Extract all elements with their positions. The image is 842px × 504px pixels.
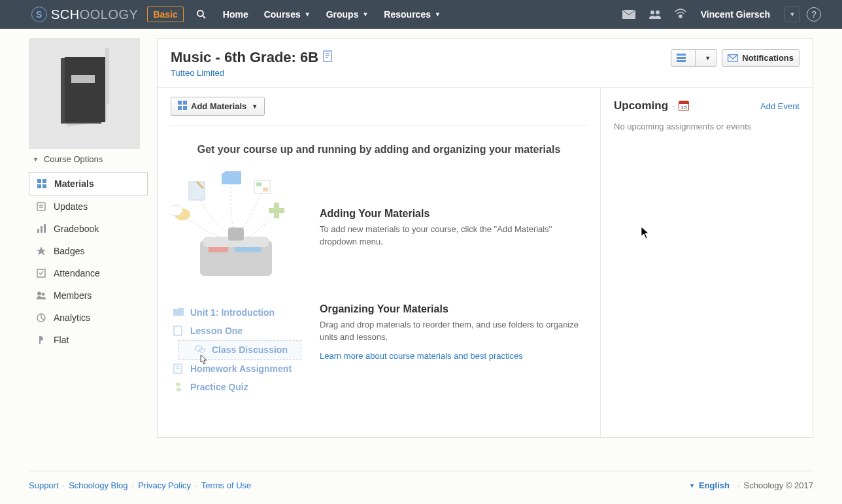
view-toggle: ▼	[671, 49, 716, 67]
chevron-down-icon: ▼	[305, 11, 311, 18]
discussion-icon	[195, 345, 207, 354]
sidebar-item-label: Badges	[54, 246, 84, 256]
example-label: Practice Quiz	[190, 382, 248, 392]
mail-icon[interactable]	[616, 0, 642, 29]
badges-icon	[35, 245, 47, 257]
footer-blog[interactable]: Schoology Blog	[69, 480, 127, 490]
add-materials-label: Add Materials	[191, 101, 246, 111]
sidebar-item-label: Attendance	[54, 268, 100, 278]
example-item-page: Lesson One	[171, 322, 301, 340]
list-view-button[interactable]	[671, 49, 696, 67]
nav-resources[interactable]: Resources▼	[376, 0, 448, 29]
svg-rect-28	[178, 101, 182, 105]
nav-groups[interactable]: Groups▼	[318, 0, 377, 29]
footer-language[interactable]: English	[699, 480, 730, 490]
broadcast-icon[interactable]	[668, 0, 693, 29]
nav-courses[interactable]: Courses▼	[256, 0, 318, 29]
sidebar-item-gradebook[interactable]: Gradebook	[29, 218, 148, 240]
footer-privacy[interactable]: Privacy Policy	[138, 480, 191, 490]
svg-rect-30	[178, 106, 182, 110]
svg-point-3	[650, 10, 654, 14]
chevron-down-icon: ▼	[689, 482, 695, 489]
add-materials-button[interactable]: Add Materials ▼	[171, 97, 265, 116]
organizing-body: Drag and drop materials to reorder them,…	[320, 319, 587, 344]
svg-rect-14	[42, 184, 46, 188]
members-icon	[35, 290, 47, 301]
svg-rect-13	[37, 184, 41, 188]
course-org-link[interactable]: Tutteo Limited	[171, 68, 333, 78]
upcoming-empty-text: No upcoming assignments or events	[614, 122, 800, 131]
booklet-icon[interactable]	[322, 49, 333, 66]
sidebar-item-flat[interactable]: Flat	[29, 329, 148, 351]
calendar-icon[interactable]: 15	[679, 101, 689, 111]
nav-courses-label: Courses	[264, 9, 301, 20]
logo-icon: S	[31, 7, 47, 22]
sidebar-item-badges[interactable]: Badges	[29, 240, 148, 262]
svg-rect-31	[183, 106, 187, 110]
sidebar-item-members[interactable]: Members	[29, 284, 148, 307]
svg-point-0	[197, 10, 203, 16]
footer: Support· Schoology Blog· Privacy Policy·…	[29, 471, 813, 504]
example-list: Unit 1: Introduction Lesson One Class Di…	[171, 303, 301, 396]
sidebar-item-label: Updates	[54, 201, 88, 212]
plan-badge[interactable]: Basic	[147, 7, 183, 22]
example-label: Homework Assignment	[190, 363, 292, 374]
svg-rect-29	[183, 101, 187, 105]
footer-support[interactable]: Support	[29, 480, 59, 490]
upcoming-title: Upcoming	[614, 99, 668, 112]
materials-icon	[36, 178, 48, 190]
chevron-down-icon: ▼	[252, 103, 258, 110]
sidebar-item-label: Materials	[54, 178, 94, 189]
user-name[interactable]: Vincent Giersch	[693, 9, 778, 20]
svg-rect-43	[174, 326, 182, 335]
nav-groups-label: Groups	[326, 9, 359, 20]
svg-rect-42	[235, 247, 261, 252]
svg-rect-8	[65, 57, 105, 122]
svg-rect-15	[37, 203, 45, 210]
quiz-icon	[173, 382, 185, 392]
sidebar-item-updates[interactable]: Updates	[29, 195, 148, 218]
help-icon[interactable]: ?	[807, 7, 821, 22]
sidebar-item-label: Flat	[54, 335, 69, 345]
chevron-down-icon: ▼	[33, 156, 39, 163]
footer-terms[interactable]: Terms of Use	[201, 480, 252, 490]
svg-rect-17	[41, 226, 42, 233]
search-icon[interactable]	[190, 8, 212, 20]
course-thumbnail[interactable]	[29, 38, 140, 149]
add-materials-icon	[178, 101, 187, 112]
page-icon	[173, 326, 185, 336]
logo[interactable]: S SCHOOLOGY	[31, 7, 138, 22]
notifications-button[interactable]: Notifications	[722, 49, 800, 67]
sidebar-item-attendance[interactable]: Attendance	[29, 262, 148, 284]
materials-panel: Add Materials ▼ Get your course up and r…	[158, 88, 600, 437]
updates-icon	[35, 201, 47, 212]
course-title: Music - 6th Grade: 6B	[171, 49, 333, 66]
people-icon[interactable]	[642, 0, 668, 29]
svg-point-4	[656, 10, 660, 14]
learn-more-link[interactable]: Learn more about course materials and be…	[320, 351, 523, 361]
svg-rect-18	[44, 224, 46, 233]
sidebar-item-materials[interactable]: Materials	[29, 172, 148, 195]
svg-rect-10	[105, 48, 109, 105]
svg-line-1	[203, 16, 205, 18]
sidebar-item-analytics[interactable]: Analytics	[29, 307, 148, 329]
folder-icon	[173, 308, 185, 317]
svg-point-21	[42, 293, 45, 296]
adding-illustration	[171, 169, 301, 280]
svg-rect-26	[677, 60, 686, 62]
nav-resources-label: Resources	[384, 9, 431, 20]
envelope-icon	[728, 54, 738, 62]
svg-rect-9	[71, 75, 95, 83]
chevron-down-icon: ▼	[705, 55, 711, 61]
svg-rect-12	[42, 179, 46, 183]
side-menu: Materials Updates Gradebook Badges Atten…	[29, 172, 148, 351]
view-dropdown[interactable]: ▼	[696, 49, 716, 67]
materials-empty-heading: Get your course up and running by adding…	[171, 144, 587, 156]
assignment-icon	[173, 363, 185, 374]
add-event-link[interactable]: Add Event	[760, 101, 800, 111]
nav-home[interactable]: Home	[215, 0, 256, 29]
svg-rect-32	[189, 182, 205, 200]
course-options[interactable]: ▼ Course Options	[29, 149, 148, 172]
adding-body: To add new materials to your course, cli…	[320, 224, 587, 248]
user-menu-toggle[interactable]: ▼	[784, 7, 800, 22]
